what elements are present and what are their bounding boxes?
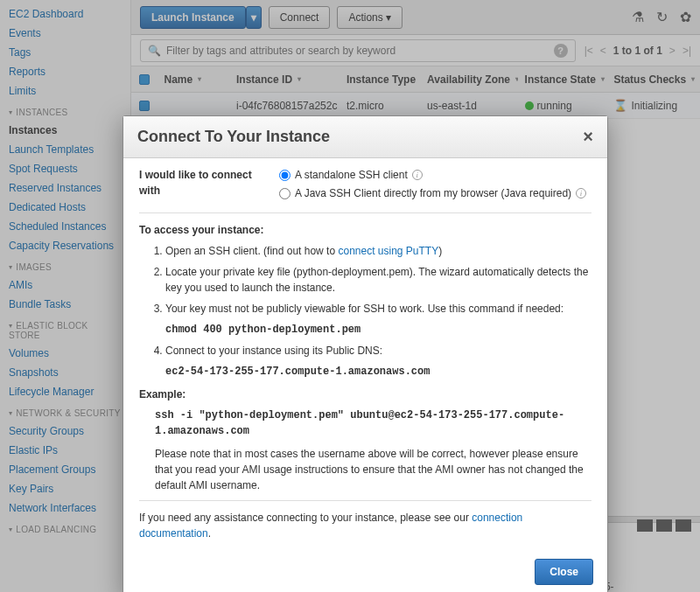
access-heading: To access your instance: — [139, 222, 592, 238]
assistance-text: If you need any assistance connecting to… — [139, 510, 592, 541]
public-dns: ec2-54-173-255-177.compute-1.amazonaws.c… — [165, 364, 592, 380]
modal-header: Connect To Your Instance × — [123, 116, 607, 158]
putty-link[interactable]: connect using PuTTY — [338, 245, 438, 257]
chmod-command: chmod 400 python-deployment.pem — [165, 322, 592, 338]
info-icon[interactable]: i — [576, 188, 586, 198]
example-heading: Example: — [139, 387, 592, 402]
close-button[interactable]: Close — [535, 559, 593, 585]
modal-body: I would like to connect with A standalon… — [123, 158, 607, 550]
modal-footer: Close — [123, 550, 607, 592]
radio-ssh-client[interactable] — [279, 170, 290, 181]
close-icon[interactable]: × — [583, 127, 593, 147]
step-4: Connect to your instance using its Publi… — [165, 343, 592, 359]
username-note: Please note that in most cases the usern… — [155, 446, 592, 493]
step-1: Open an SSH client. (find out how to con… — [165, 243, 592, 259]
step-2: Locate your private key file (python-dep… — [165, 264, 592, 296]
step-3: Your key must not be publicly viewable f… — [165, 301, 592, 317]
info-icon[interactable]: i — [412, 170, 423, 180]
modal-title: Connect To Your Instance — [137, 128, 583, 146]
connect-with-label: I would like to connect with — [139, 167, 270, 198]
connect-modal: Connect To Your Instance × I would like … — [122, 115, 608, 592]
ssh-command: ssh -i "python-deployment.pem" ubuntu@ec… — [155, 407, 592, 439]
radio-java-client[interactable] — [279, 188, 290, 199]
